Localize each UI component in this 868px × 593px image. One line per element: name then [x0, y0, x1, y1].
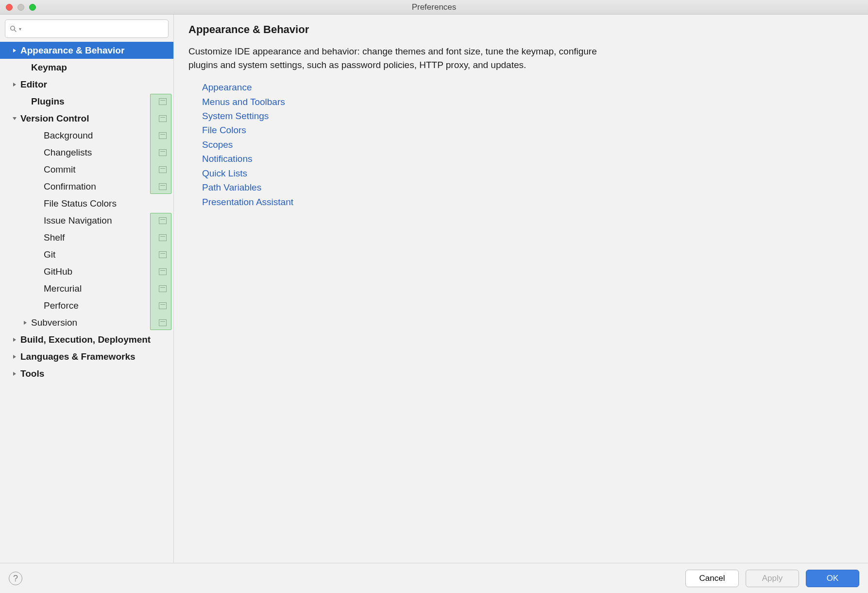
sidebar: ▾ Appearance & BehaviorKeymapEditorPlugi…: [0, 15, 174, 563]
search-wrap: ▾: [0, 15, 173, 42]
tree-item-label: Issue Navigation: [44, 215, 112, 226]
content-link[interactable]: Notifications: [202, 152, 853, 166]
tree-item-label: Confirmation: [44, 181, 96, 192]
content-link[interactable]: Quick Lists: [202, 166, 853, 180]
chevron-right-icon: [11, 337, 18, 342]
tree-item-label: Git: [44, 249, 55, 260]
search-icon: [9, 25, 17, 33]
project-settings-icon: [159, 183, 167, 190]
tree-item[interactable]: Tools: [0, 365, 173, 382]
tree-item-label: Subversion: [31, 317, 77, 328]
tree-item-label: Shelf: [44, 232, 65, 243]
tree-item[interactable]: Perforce: [0, 297, 173, 314]
tree-item[interactable]: Background: [0, 127, 173, 144]
content-pane: Appearance & Behavior Customize IDE appe…: [174, 15, 868, 563]
content-link[interactable]: System Settings: [202, 109, 853, 123]
tree-item-label: Keymap: [31, 62, 67, 73]
project-settings-icon: [159, 98, 167, 105]
ok-button[interactable]: OK: [806, 570, 859, 587]
tree-item-label: Changelists: [44, 147, 92, 158]
tree-item-label: Build, Execution, Deployment: [20, 334, 151, 345]
window-title: Preferences: [0, 2, 868, 12]
tree-item-label: GitHub: [44, 266, 72, 277]
project-settings-icon: [159, 149, 167, 156]
project-settings-icon: [159, 285, 167, 292]
tree-item-label: Plugins: [31, 96, 65, 107]
project-settings-icon: [159, 251, 167, 258]
tree-item[interactable]: GitHub: [0, 263, 173, 280]
help-button[interactable]: ?: [9, 572, 22, 585]
tree-item-label: Background: [44, 130, 93, 141]
cancel-button[interactable]: Cancel: [685, 570, 739, 587]
project-settings-icon: [159, 217, 167, 224]
tree-item-label: Mercurial: [44, 283, 82, 294]
tree-item-label: Tools: [20, 368, 44, 379]
tree-item-label: Appearance & Behavior: [20, 45, 124, 56]
tree-item-label: Commit: [44, 164, 75, 175]
tree-item[interactable]: Commit: [0, 161, 173, 178]
apply-button[interactable]: Apply: [746, 570, 799, 587]
content-link[interactable]: Menus and Toolbars: [202, 95, 853, 109]
tree-item-label: Languages & Frameworks: [20, 351, 136, 362]
tree-item[interactable]: File Status Colors: [0, 195, 173, 212]
chevron-right-icon: [11, 371, 18, 376]
chevron-down-icon: [11, 116, 18, 121]
project-settings-icon: [159, 302, 167, 309]
tree-item[interactable]: Plugins: [0, 93, 173, 110]
tree-item-label: File Status Colors: [44, 198, 117, 209]
project-settings-icon: [159, 319, 167, 326]
tree-item[interactable]: Languages & Frameworks: [0, 348, 173, 365]
project-settings-icon: [159, 268, 167, 275]
project-settings-icon: [159, 115, 167, 122]
content-link-list: AppearanceMenus and ToolbarsSystem Setti…: [188, 80, 853, 209]
content-title: Appearance & Behavior: [188, 23, 853, 36]
settings-tree: Appearance & BehaviorKeymapEditorPlugins…: [0, 42, 173, 563]
tree-item-label: Editor: [20, 79, 47, 90]
tree-item[interactable]: Changelists: [0, 144, 173, 161]
tree-item-label: Perforce: [44, 300, 79, 311]
tree-item[interactable]: Keymap: [0, 59, 173, 76]
content-link[interactable]: Appearance: [202, 80, 853, 94]
search-input[interactable]: [23, 24, 164, 34]
main-area: ▾ Appearance & BehaviorKeymapEditorPlugi…: [0, 15, 868, 563]
content-description: Customize IDE appearance and behavior: c…: [188, 45, 626, 71]
search-box[interactable]: ▾: [5, 19, 169, 38]
project-settings-icon: [159, 234, 167, 241]
project-settings-icon: [159, 166, 167, 173]
tree-item[interactable]: Shelf: [0, 229, 173, 246]
chevron-right-icon: [11, 82, 18, 87]
tree-item[interactable]: Appearance & Behavior: [0, 42, 173, 59]
chevron-right-icon: [11, 48, 18, 53]
chevron-right-icon: [11, 354, 18, 359]
content-link[interactable]: Scopes: [202, 138, 853, 152]
search-dropdown-icon[interactable]: ▾: [19, 26, 21, 32]
content-link[interactable]: Path Variables: [202, 180, 853, 194]
svg-line-1: [14, 30, 16, 32]
tree-item[interactable]: Subversion: [0, 314, 173, 331]
tree-item[interactable]: Build, Execution, Deployment: [0, 331, 173, 348]
tree-item[interactable]: Editor: [0, 76, 173, 93]
titlebar: Preferences: [0, 0, 868, 15]
footer: ? Cancel Apply OK: [0, 563, 868, 593]
tree-item[interactable]: Confirmation: [0, 178, 173, 195]
tree-item[interactable]: Version Control: [0, 110, 173, 127]
project-settings-icon: [159, 132, 167, 139]
content-link[interactable]: File Colors: [202, 123, 853, 137]
tree-item[interactable]: Mercurial: [0, 280, 173, 297]
chevron-right-icon: [21, 320, 29, 325]
tree-item[interactable]: Git: [0, 246, 173, 263]
tree-item[interactable]: Issue Navigation: [0, 212, 173, 229]
content-link[interactable]: Presentation Assistant: [202, 195, 853, 209]
tree-item-label: Version Control: [20, 113, 89, 124]
